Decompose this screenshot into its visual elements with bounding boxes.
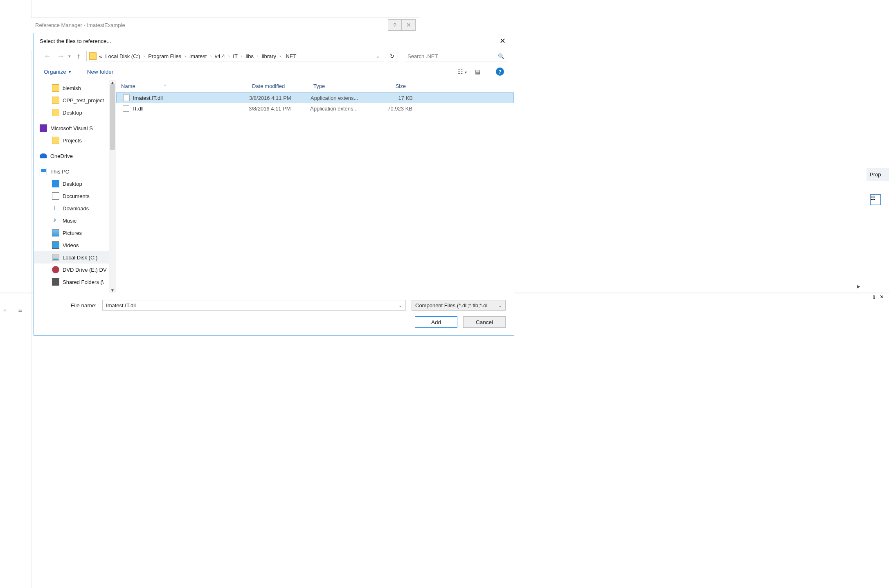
filter-dropdown-icon: ⌄ [498, 303, 502, 308]
dialog-title: Select the files to reference... [40, 38, 111, 44]
filename-field[interactable]: ⌄ [102, 300, 406, 311]
tree-label: Music [63, 218, 77, 224]
folder-icon [52, 109, 59, 116]
tree-item[interactable]: Desktop [34, 178, 116, 190]
nav-up-icon[interactable]: ↑ [73, 51, 84, 61]
search-icon[interactable]: 🔍 [498, 53, 504, 59]
cancel-button[interactable]: Cancel [463, 316, 506, 328]
crumb-prefix: « [98, 53, 103, 59]
crumb[interactable]: IT [232, 53, 239, 59]
file-date: 3/8/2016 4:11 PM [249, 95, 311, 101]
close-icon[interactable]: ✕ [497, 36, 508, 45]
tree-label: Local Disk (C:) [63, 255, 97, 261]
tree-item[interactable]: Local Disk (C:) [34, 251, 116, 264]
tree-item[interactable]: Projects [34, 134, 116, 146]
dvd-icon [52, 266, 59, 273]
help-icon[interactable]: ? [496, 68, 504, 76]
vid-icon [52, 241, 59, 249]
tree-label: Documents [63, 193, 90, 199]
file-date: 3/8/2016 4:11 PM [249, 106, 310, 112]
crumb[interactable]: v4.4 [214, 53, 226, 59]
tree-item[interactable]: This PC [34, 165, 116, 178]
filename-input[interactable] [106, 302, 398, 309]
nav-recent-icon[interactable]: ▾ [68, 54, 71, 59]
pin-icon[interactable]: ⇧ [872, 294, 876, 300]
tree-item[interactable]: Pictures [34, 227, 116, 239]
dl-icon [52, 205, 59, 212]
tree-label: Desktop [63, 110, 82, 116]
window-title: Reference Manager - ImatestExample [35, 22, 125, 28]
column-type[interactable]: Type [308, 83, 370, 89]
disk-icon [52, 254, 59, 261]
nav-tree[interactable]: blemishCPP_test_projectDesktopMicrosoft … [34, 80, 116, 293]
tree-item[interactable]: OneDrive [34, 150, 116, 162]
properties-tab[interactable]: Prop [866, 168, 889, 181]
column-name[interactable]: Name ˄ [116, 83, 247, 89]
crumb[interactable]: .NET [284, 53, 297, 59]
crumb[interactable]: libs [245, 53, 255, 59]
pic-icon [52, 229, 59, 237]
file-dialog: Select the files to reference... ✕ ← → ▾… [34, 33, 514, 336]
filename-label: File name: [71, 302, 97, 309]
tree-item[interactable]: Shared Folders (\ [34, 276, 116, 288]
file-name: IT.dll [133, 106, 249, 112]
properties-icon[interactable]: ☷ [870, 194, 881, 205]
address-dropdown-icon[interactable]: ⌄ [374, 54, 381, 59]
crumb[interactable]: library [261, 53, 277, 59]
column-date[interactable]: Date modified [247, 83, 308, 89]
file-row[interactable]: Imatest.IT.dll 3/8/2016 4:11 PM Applicat… [116, 92, 514, 103]
tree-item[interactable]: Downloads [34, 202, 116, 214]
file-row[interactable]: IT.dll 3/8/2016 4:11 PM Application exte… [116, 103, 514, 114]
column-size[interactable]: Size [370, 83, 411, 89]
chevron-down-icon: ▾ [69, 70, 71, 74]
file-list[interactable]: Name ˄ Date modified Type Size Imatest.I… [116, 80, 514, 293]
file-type: Application extens... [311, 95, 372, 101]
sf-icon [52, 278, 59, 286]
tree-item[interactable]: Music [34, 214, 116, 227]
address-bar[interactable]: « Local Disk (C:)› Program Files› Imates… [86, 51, 384, 61]
tree-item[interactable]: Videos [34, 239, 116, 251]
folder-icon [89, 52, 97, 60]
file-type: Application extens... [310, 106, 371, 112]
tree-label: Projects [63, 137, 82, 144]
tree-label: Downloads [63, 205, 89, 212]
tree-item[interactable]: blemish [34, 82, 116, 94]
search-box[interactable]: 🔍 [404, 51, 508, 61]
help-button[interactable]: ? [388, 19, 402, 31]
organize-menu[interactable]: Organize ▾ [44, 69, 71, 75]
pc-icon [40, 168, 47, 175]
search-input[interactable] [407, 53, 498, 59]
tree-item[interactable]: Documents [34, 190, 116, 202]
outdent-icon[interactable]: ≡ [3, 307, 11, 315]
file-size: 70,923 KB [371, 106, 412, 112]
tree-label: Pictures [63, 230, 82, 236]
filetype-filter[interactable]: Component Files (*.dll;*.tlb;*.ol ⌄ [412, 300, 506, 311]
nav-forward-icon[interactable]: → [55, 51, 66, 61]
filename-dropdown-icon[interactable]: ⌄ [398, 303, 402, 308]
crumb[interactable]: Local Disk (C:) [104, 53, 141, 59]
refresh-button[interactable]: ↻ [387, 51, 398, 61]
od-icon [40, 152, 47, 160]
dll-icon [123, 95, 130, 101]
view-mode-icon[interactable]: ☷ ▾ [458, 68, 467, 75]
tree-item[interactable]: CPP_test_project [34, 94, 116, 106]
new-folder-button[interactable]: New folder [87, 69, 114, 75]
crumb[interactable]: Imatest [189, 53, 208, 59]
tree-scrollbar[interactable]: ▲ ▼ [109, 80, 116, 293]
add-button[interactable]: Add [415, 316, 457, 328]
preview-pane-icon[interactable]: ▤ [475, 68, 480, 75]
crumb[interactable]: Program Files [147, 53, 182, 59]
tree-item[interactable]: Desktop [34, 106, 116, 119]
close-button[interactable]: ✕ [402, 19, 416, 31]
dll-icon [123, 105, 129, 112]
panel-close-icon[interactable]: ✕ [880, 294, 884, 300]
folder-icon [52, 84, 59, 92]
folder-icon [52, 137, 59, 144]
tree-item[interactable]: DVD Drive (E:) DV [34, 264, 116, 276]
indent-icon[interactable]: ≣ [18, 307, 26, 315]
tree-item[interactable]: Microsoft Visual S [34, 122, 116, 134]
scroll-right-icon[interactable]: ▸ [857, 282, 860, 290]
mus-icon [52, 217, 59, 224]
nav-back-icon[interactable]: ← [42, 51, 53, 61]
tree-label: Shared Folders (\ [63, 279, 104, 285]
